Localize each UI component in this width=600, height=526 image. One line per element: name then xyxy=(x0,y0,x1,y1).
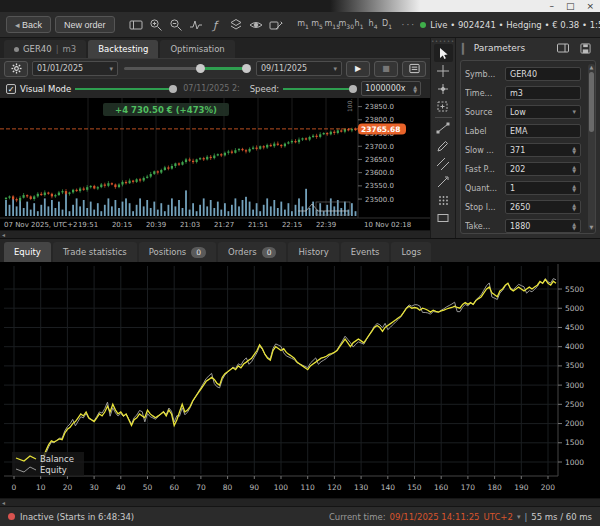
speed-handle[interactable] xyxy=(349,85,357,93)
param-input-fastp[interactable]: 202▲▼ xyxy=(505,162,581,176)
param-label: Symb... xyxy=(465,70,505,79)
range-start-handle[interactable] xyxy=(196,64,205,73)
param-input-stopl[interactable]: 2650▲▼ xyxy=(505,200,581,214)
date-to-input[interactable]: 09/11/2025 ▾ xyxy=(256,61,342,76)
zoom-area-tool-icon[interactable] xyxy=(434,98,453,116)
stepper-arrows[interactable]: ▲▼ xyxy=(572,222,576,230)
new-order-button[interactable]: New order xyxy=(55,16,115,33)
param-value: Low xyxy=(510,108,526,117)
tab-orders[interactable]: Orders0 xyxy=(218,242,286,262)
play-backtest-button[interactable]: ▶ xyxy=(346,61,370,77)
channel-tool-icon[interactable] xyxy=(434,155,453,173)
parameters-scrollbar[interactable]: ▲ ▼ xyxy=(588,64,595,230)
timeframe-h4-button[interactable]: h4 xyxy=(367,19,380,30)
scroll-down-icon[interactable]: ▼ xyxy=(588,224,595,230)
progress-handle[interactable] xyxy=(169,85,177,93)
equity-chart[interactable]: 1000150020002500300035004000450050005500… xyxy=(0,262,600,498)
draw-icon[interactable] xyxy=(267,16,285,33)
report-button[interactable] xyxy=(402,61,426,77)
divider xyxy=(435,117,452,118)
panel-icon[interactable] xyxy=(127,16,145,33)
stepper-arrows[interactable]: ▲▼ xyxy=(572,184,576,192)
stepper-arrows[interactable]: ▲▼ xyxy=(413,85,417,93)
svg-text:160: 160 xyxy=(434,483,449,492)
tab-symbol-chart[interactable]: GER40 | m3 xyxy=(4,40,86,58)
panel-grip-icon[interactable]: ▎ xyxy=(462,43,470,54)
close-icon[interactable]: × xyxy=(586,0,594,12)
tab-trade-statistics[interactable]: Trade statistics xyxy=(53,242,137,262)
tab-backtesting[interactable]: Backtesting xyxy=(88,40,158,58)
param-label: Time... xyxy=(465,89,505,98)
layers-icon[interactable] xyxy=(227,16,245,33)
parameter-row: Time...m3 xyxy=(465,86,581,100)
back-button[interactable]: Back xyxy=(6,16,51,33)
parameter-row: Quant...1▲▼ xyxy=(465,181,581,195)
stepper-arrows[interactable]: ▲▼ xyxy=(572,146,576,154)
param-input-take[interactable]: 1880▲▼ xyxy=(505,219,581,233)
timeframe-m5-button[interactable]: m5 xyxy=(311,19,324,30)
tab-events[interactable]: Events xyxy=(341,242,390,262)
fx-icon[interactable]: ƒ xyxy=(207,16,225,33)
stepper-arrows[interactable]: ▲▼ xyxy=(572,165,576,173)
tab-equity[interactable]: Equity xyxy=(4,242,51,262)
range-end-handle[interactable] xyxy=(242,64,251,73)
inactive-status-label: Inactive (Starts in 6:48:34) xyxy=(20,512,134,522)
price-chart-scrollbar[interactable]: ◂ xyxy=(0,230,430,238)
rect-tool-tool-icon[interactable] xyxy=(434,209,453,227)
tab-optimisation[interactable]: Optimisation xyxy=(160,40,234,58)
param-input-slow[interactable]: 371▲▼ xyxy=(505,143,581,157)
cursor-tool-icon[interactable] xyxy=(434,44,453,62)
param-input-label[interactable]: EMA xyxy=(505,124,581,138)
timeframe-m15-button[interactable]: m15 xyxy=(325,19,338,30)
timeframe-D1-button[interactable]: D1 xyxy=(381,19,394,30)
svg-text:22:39: 22:39 xyxy=(316,221,336,229)
tab-history[interactable]: History xyxy=(288,242,338,262)
price-chart[interactable]: 23850.023800.023750.023700.023650.023600… xyxy=(0,98,430,230)
param-input-quant[interactable]: 1▲▼ xyxy=(505,181,581,195)
speed-value-stepper[interactable]: 1000000x ▲▼ xyxy=(361,81,421,96)
drawing-tools-toolbar: •••••• xyxy=(430,38,455,238)
trend-line-tool-icon[interactable] xyxy=(434,119,453,137)
ray-tool-icon[interactable] xyxy=(434,173,453,191)
compile-icon[interactable] xyxy=(554,40,572,57)
scrollbar-thumb[interactable] xyxy=(589,72,594,132)
stop-backtest-button[interactable]: ■ xyxy=(374,61,398,77)
grid-dots-tool-icon[interactable] xyxy=(434,191,453,209)
tab-logs[interactable]: Logs xyxy=(391,242,431,262)
timeframe-m1-button[interactable]: m1 xyxy=(297,19,310,30)
tab-label: Events xyxy=(351,247,380,257)
speed-slider[interactable] xyxy=(283,84,357,94)
crosshair-tool-icon[interactable] xyxy=(434,62,453,80)
param-input-time[interactable]: m3 xyxy=(505,86,581,100)
equity-chart-scrollbar[interactable]: ◂ xyxy=(0,498,600,506)
account-selector[interactable]: Live • 9024241 • Hedging • € 0.38 • 1:50… xyxy=(420,20,600,30)
save-icon[interactable] xyxy=(576,40,594,57)
backtest-progress-slider[interactable] xyxy=(75,84,179,94)
speed-track xyxy=(283,88,353,90)
maximize-icon[interactable]: □ xyxy=(566,0,575,12)
visual-mode-checkbox[interactable]: ✓ xyxy=(6,84,16,94)
minimize-icon[interactable]: – xyxy=(549,0,554,12)
timezone-value[interactable]: UTC+2 xyxy=(483,512,512,522)
pencil-tool-icon[interactable] xyxy=(434,137,453,155)
param-input-source[interactable]: Low▾ xyxy=(505,105,581,119)
indicators-icon[interactable] xyxy=(187,16,205,33)
param-label: Label xyxy=(465,127,505,136)
tab-count-badge: 0 xyxy=(262,247,277,258)
tab-symbol-label: GER40 xyxy=(23,44,52,54)
scroll-up-icon[interactable]: ▲ xyxy=(588,64,595,70)
backtest-settings-button[interactable] xyxy=(4,61,28,77)
param-input-symb[interactable]: GER40 xyxy=(505,67,581,81)
stepper-arrows[interactable]: ▲▼ xyxy=(572,203,576,211)
zoom-in-icon[interactable] xyxy=(147,16,165,33)
param-value: 1 xyxy=(510,184,515,193)
date-range-slider[interactable] xyxy=(122,61,252,76)
dot-target-tool-icon[interactable] xyxy=(434,80,453,98)
tab-positions[interactable]: Positions0 xyxy=(139,242,216,262)
date-from-input[interactable]: 01/01/2025 ▾ xyxy=(32,61,118,76)
timeframe-h1-button[interactable]: h1 xyxy=(353,19,366,30)
timeframe-m30-button[interactable]: m30 xyxy=(339,19,352,30)
eye-icon[interactable] xyxy=(247,16,265,33)
toolbar-overflow-button[interactable]: ··· xyxy=(402,20,417,30)
zoom-out-icon[interactable] xyxy=(167,16,185,33)
